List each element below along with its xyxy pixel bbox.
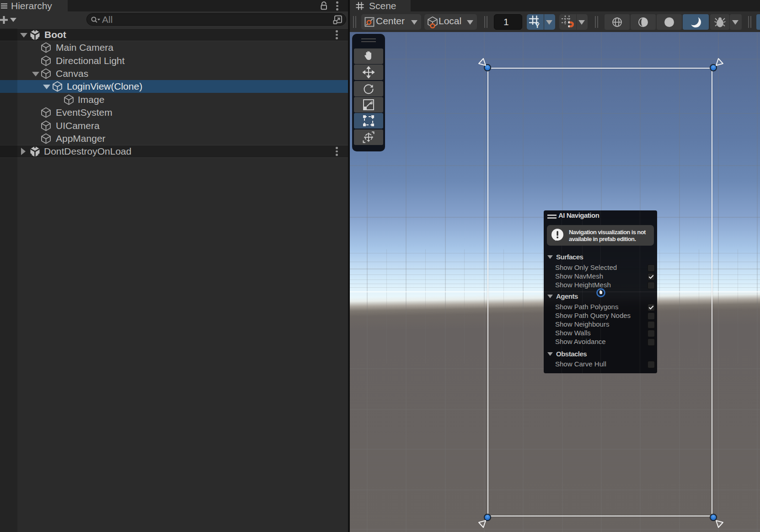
svg-text:Y: Y bbox=[535, 21, 540, 28]
